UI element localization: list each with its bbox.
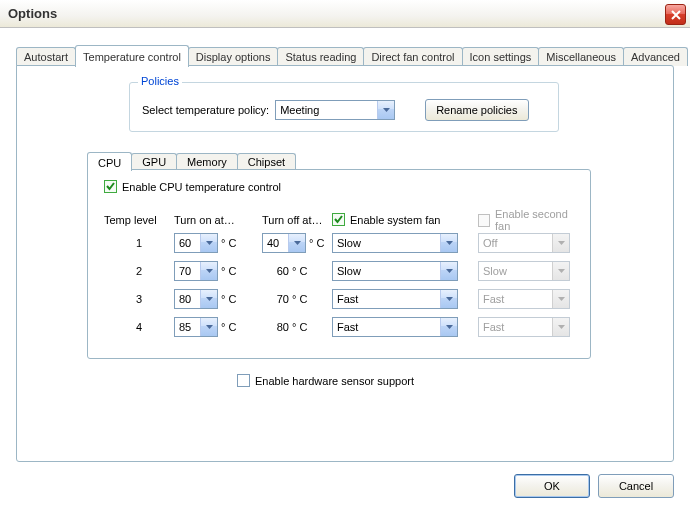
tab-autostart[interactable]: Autostart: [16, 47, 76, 66]
cancel-button[interactable]: Cancel: [598, 474, 674, 498]
enable-hw-sensor-checkbox[interactable]: Enable hardware sensor support: [237, 374, 414, 387]
second-fan-select: Fast: [478, 317, 570, 337]
turn-off-value: 70 ° C: [262, 293, 322, 305]
chevron-down-icon: [200, 290, 217, 308]
window-body: AutostartTemperature controlDisplay opti…: [0, 28, 690, 510]
component-tab-memory[interactable]: Memory: [176, 153, 238, 170]
checkbox-icon: [104, 180, 117, 193]
enable-hw-sensor-label: Enable hardware sensor support: [255, 375, 414, 387]
chevron-down-icon: [440, 318, 457, 336]
component-tab-cpu[interactable]: CPU: [87, 152, 132, 171]
chevron-down-icon: [288, 234, 305, 252]
tab-temperature-control[interactable]: Temperature control: [75, 45, 189, 67]
checkbox-icon: [332, 213, 345, 226]
temp-row: 485° C80 ° CFastFast: [104, 316, 578, 338]
chevron-down-icon: [552, 262, 569, 280]
col-turn-on-header: Turn on at…: [174, 214, 262, 226]
chevron-down-icon: [552, 318, 569, 336]
col-turn-off-header: Turn off at…: [262, 214, 332, 226]
chevron-down-icon: [200, 262, 217, 280]
chevron-down-icon: [440, 234, 457, 252]
rename-policies-button[interactable]: Rename policies: [425, 99, 528, 121]
chevron-down-icon: [552, 290, 569, 308]
close-button[interactable]: [665, 4, 686, 25]
col-level-header: Temp level: [104, 214, 174, 226]
component-tab-gpu[interactable]: GPU: [131, 153, 177, 170]
chevron-down-icon: [200, 234, 217, 252]
temp-row: 270° C60 ° CSlowSlow: [104, 260, 578, 282]
close-icon: [671, 10, 681, 20]
system-fan-select[interactable]: Slow: [332, 261, 458, 281]
turn-on-select[interactable]: 70: [174, 261, 218, 281]
main-tabs: AutostartTemperature controlDisplay opti…: [16, 44, 674, 66]
temperature-control-page: Policies Select temperature policy: Meet…: [16, 65, 674, 462]
checkbox-icon: [478, 214, 490, 227]
tab-icon-settings[interactable]: Icon settings: [462, 47, 540, 66]
component-tabs: CPUGPUMemoryChipset: [87, 150, 295, 170]
chevron-down-icon: [377, 101, 394, 119]
turn-off-select[interactable]: 40: [262, 233, 306, 253]
second-fan-select: Slow: [478, 261, 570, 281]
temp-row: 380° C70 ° CFastFast: [104, 288, 578, 310]
enable-second-fan-label: Enable second fan: [495, 208, 578, 232]
ok-button[interactable]: OK: [514, 474, 590, 498]
turn-on-select[interactable]: 85: [174, 317, 218, 337]
policy-select[interactable]: Meeting: [275, 100, 395, 120]
chevron-down-icon: [440, 262, 457, 280]
second-fan-select: Off: [478, 233, 570, 253]
system-fan-select[interactable]: Fast: [332, 289, 458, 309]
policy-label: Select temperature policy:: [142, 104, 269, 116]
turn-on-select[interactable]: 60: [174, 233, 218, 253]
tab-advanced[interactable]: Advanced: [623, 47, 688, 66]
enable-system-fan-checkbox[interactable]: Enable system fan: [332, 213, 441, 226]
dialog-buttons: OK Cancel: [514, 474, 674, 498]
chevron-down-icon: [552, 234, 569, 252]
turn-off-value: 60 ° C: [262, 265, 322, 277]
turn-on-select[interactable]: 80: [174, 289, 218, 309]
chevron-down-icon: [440, 290, 457, 308]
policies-group-title: Policies: [138, 75, 182, 87]
system-fan-select[interactable]: Slow: [332, 233, 458, 253]
enable-system-fan-label: Enable system fan: [350, 214, 441, 226]
cpu-page: Enable CPU temperature control Temp leve…: [87, 169, 591, 359]
temp-level: 3: [104, 293, 174, 305]
enable-cpu-temp-label: Enable CPU temperature control: [122, 181, 281, 193]
checkbox-icon: [237, 374, 250, 387]
tab-direct-fan-control[interactable]: Direct fan control: [363, 47, 462, 66]
enable-second-fan-checkbox: Enable second fan: [478, 208, 578, 232]
enable-cpu-temp-checkbox[interactable]: Enable CPU temperature control: [104, 180, 281, 193]
component-tab-chipset[interactable]: Chipset: [237, 153, 296, 170]
tab-miscellaneous[interactable]: Miscellaneous: [538, 47, 624, 66]
turn-off-value: 80 ° C: [262, 321, 322, 333]
chevron-down-icon: [200, 318, 217, 336]
title-bar: Options: [0, 0, 690, 28]
second-fan-select: Fast: [478, 289, 570, 309]
system-fan-select[interactable]: Fast: [332, 317, 458, 337]
policies-group: Policies Select temperature policy: Meet…: [129, 82, 559, 132]
temp-table-headers: Temp level Turn on at… Turn off at… Enab…: [104, 208, 578, 232]
tab-display-options[interactable]: Display options: [188, 47, 279, 66]
window-title: Options: [8, 6, 57, 21]
temp-row: 160° C40° CSlowOff: [104, 232, 578, 254]
temp-level: 1: [104, 237, 174, 249]
tab-status-reading[interactable]: Status reading: [277, 47, 364, 66]
temp-level: 2: [104, 265, 174, 277]
policy-select-value: Meeting: [280, 104, 319, 116]
temp-level: 4: [104, 321, 174, 333]
